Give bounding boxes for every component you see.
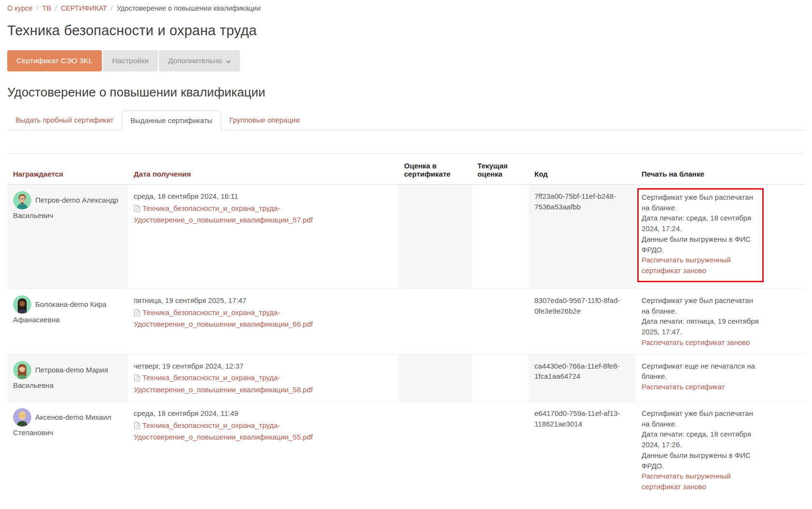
current-grade-cell (472, 184, 529, 289)
certificate-file: Техника_безопасности_и_охрана_труда-Удос… (134, 307, 392, 330)
breadcrumb-separator: / (111, 4, 113, 12)
tertiary-tabs: Сертификат СЭО 3KLНастройкиДополнительно (7, 50, 805, 71)
print-status-text: Данные были выгружены в ФИС ФРДО. (642, 450, 761, 471)
print-status-cell: Сертификат уже был распечатан на бланке.… (636, 184, 805, 289)
breadcrumb-separator: / (36, 4, 38, 12)
date-cell: среда, 18 сентября 2024, 16:11Техника_бе… (128, 184, 398, 289)
tab-issue-trial-certificate[interactable]: Выдать пробный сертификат (7, 110, 122, 130)
table-row: Петров-demo Александр Васильевичсреда, 1… (7, 184, 805, 289)
table-row: Петрова-demo Мария Васильевначетверг, 19… (7, 354, 805, 401)
print-status-text: Сертификат уже был распечатан на бланке. (642, 295, 761, 316)
certificate-file: Техника_безопасности_и_охрана_труда-Удос… (134, 420, 392, 443)
print-status-text: Сертификат уже был распечатан на бланке. (642, 192, 758, 213)
breadcrumb-current: Удостоверение о повышении квалификации (117, 4, 261, 12)
issue-date: пятница, 19 сентября 2025, 17:47 (134, 295, 392, 306)
breadcrumb-separator: / (55, 4, 57, 12)
tab-label: Сертификат СЭО 3KL (16, 56, 93, 65)
tab-settings[interactable]: Настройки (103, 50, 158, 71)
issue-date: четверг, 19 сентября 2024, 12:37 (134, 361, 392, 371)
breadcrumb: О курсе/ТВ/СЕРТИФИКАТ/Удостоверение о по… (7, 4, 805, 13)
code-cell: 8307eda0-9567-11f0-8fad-0fe3e9e26b2e (529, 289, 636, 354)
column-header: Оценка в сертификате (398, 153, 472, 184)
certificate-file: Техника_безопасности_и_охрана_труда-Удос… (134, 372, 392, 395)
grade-in-certificate-cell (398, 354, 472, 401)
print-status: Сертификат уже был распечатан на бланке.… (642, 295, 761, 348)
sort-header-link[interactable]: Награждается (13, 170, 63, 178)
avatar (13, 408, 31, 426)
code-cell: e64170d0-759a-11ef-af13-118621ae3014 (529, 401, 636, 498)
course-title: Техника безопасности и охрана труда (7, 23, 805, 39)
tab-more[interactable]: Дополнительно (159, 50, 240, 71)
print-status-cell: Сертификат уже был распечатан на бланке.… (636, 289, 805, 354)
date-cell: среда, 18 сентября 2024, 11:49Техника_бе… (128, 401, 398, 498)
print-status-text: Данные были выгружены в ФИС ФРДО. (642, 234, 758, 255)
certificate-pdf-link[interactable]: Техника_безопасности_и_охрана_труда-Удос… (134, 373, 313, 394)
grade-in-certificate-cell (398, 401, 472, 498)
code-cell: ca4430e0-766a-11ef-8fe8-1fca1aa64724 (529, 354, 636, 401)
column-header: Текущая оценка (472, 153, 529, 184)
tab-certificate-seo-3kl[interactable]: Сертификат СЭО 3KL (7, 50, 102, 71)
page-title: Удостоверение о повышении квалификации (7, 85, 805, 100)
pdf-file-icon (134, 422, 140, 432)
avatar (13, 191, 31, 209)
print-status-text: Дата печати: среда, 18 сентября 2024, 17… (642, 429, 761, 450)
certificate-pdf-link[interactable]: Техника_безопасности_и_охрана_труда-Удос… (134, 204, 313, 224)
column-header: Печать на бланке (636, 153, 805, 184)
tab-issued-certificates[interactable]: Выданные сертификаты (122, 110, 221, 130)
certificate-page: О курсе/ТВ/СЕРТИФИКАТ/Удостоверение о по… (0, 0, 812, 509)
issued-certificates-table: НаграждаетсяДата полученияОценка в серти… (7, 153, 805, 498)
issue-date: среда, 18 сентября 2024, 16:11 (134, 191, 392, 202)
grade-in-certificate-cell (398, 289, 472, 354)
code-cell: 7ff23a00-75bf-11ef-b248-7536a53aafbb (529, 184, 636, 289)
breadcrumb-link[interactable]: О курсе (7, 4, 32, 12)
certificate-pdf-link[interactable]: Техника_безопасности_и_охрана_труда-Удос… (134, 421, 313, 441)
chevron-down-icon (226, 56, 231, 65)
issue-date: среда, 18 сентября 2024, 11:49 (134, 408, 392, 419)
column-header: Код (529, 153, 636, 184)
date-cell: пятница, 19 сентября 2025, 17:47Техника_… (128, 289, 398, 354)
sort-header-link[interactable]: Дата получения (134, 170, 191, 178)
current-grade-cell (472, 401, 529, 498)
certificate-file: Техника_безопасности_и_охрана_труда-Удос… (134, 203, 392, 226)
certificate-pdf-link[interactable]: Техника_безопасности_и_охрана_труда-Удос… (134, 308, 313, 329)
pdf-file-icon (134, 374, 140, 385)
awardee-cell: Болокана-demo Кира Афанасиевна (7, 289, 128, 354)
table-body: Петров-demo Александр Васильевичсреда, 1… (7, 184, 805, 498)
avatar (13, 295, 31, 314)
current-grade-cell (472, 354, 529, 401)
print-status-cell: Сертификат еще не печатался на бланке.Ра… (636, 354, 805, 401)
table-header-row: НаграждаетсяДата полученияОценка в серти… (7, 153, 805, 184)
breadcrumb-link[interactable]: ТВ (42, 4, 51, 12)
table-row: Аксенов-demo Михаил Степановичсреда, 18 … (7, 401, 805, 498)
pdf-file-icon (134, 309, 140, 319)
print-status-text: Сертификат еще не печатался на бланке. (642, 361, 761, 382)
tab-group-operations[interactable]: Групповые операции (221, 110, 308, 130)
column-header: Награждается (7, 153, 128, 184)
print-action-link[interactable]: Распечатать выгруженный сертификат занов… (642, 471, 761, 492)
print-status-text: Дата печати: пятница, 19 сентября 2025, … (642, 316, 761, 337)
breadcrumb-link[interactable]: СЕРТИФИКАТ (61, 4, 107, 12)
certificate-nav-tabs: Выдать пробный сертификатВыданные сертиф… (7, 110, 805, 130)
date-cell: четверг, 19 сентября 2024, 12:37Техника_… (128, 354, 398, 401)
print-action-link[interactable]: Распечатать выгруженный сертификат занов… (642, 255, 758, 276)
print-status: Сертификат еще не печатался на бланке.Ра… (642, 361, 761, 392)
print-action-link[interactable]: Распечатать сертификат заново (642, 337, 761, 348)
tab-label: Настройки (112, 56, 149, 65)
awardee-cell: Аксенов-demo Михаил Степанович (7, 401, 128, 498)
print-status-text: Сертификат уже был распечатан на бланке. (642, 408, 761, 429)
avatar (13, 361, 31, 379)
print-status-cell: Сертификат уже был распечатан на бланке.… (636, 401, 805, 498)
current-grade-cell (472, 289, 529, 354)
print-status: Сертификат уже был распечатан на бланке.… (642, 408, 761, 492)
awardee-cell: Петрова-demo Мария Васильевна (7, 354, 128, 401)
grade-in-certificate-cell (398, 184, 472, 289)
print-status-text: Дата печати: среда, 18 сентября 2024, 17… (642, 213, 758, 234)
table-row: Болокана-demo Кира Афанасиевнапятница, 1… (7, 289, 805, 354)
pdf-file-icon (134, 205, 140, 215)
highlight-box: Сертификат уже был распечатан на бланке.… (637, 188, 764, 282)
tab-label: Дополнительно (168, 56, 222, 65)
column-header: Дата получения (128, 153, 398, 184)
print-action-link[interactable]: Распечатать сертификат (642, 382, 761, 392)
awardee-cell: Петров-demo Александр Васильевич (7, 184, 128, 289)
